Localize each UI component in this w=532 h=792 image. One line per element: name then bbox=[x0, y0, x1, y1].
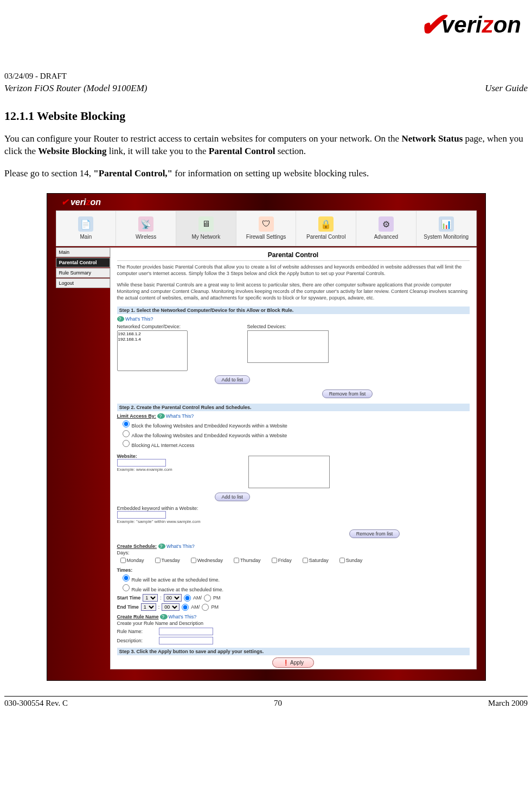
remove-website-button[interactable]: Remove from list bbox=[349, 529, 400, 538]
add-website-button[interactable]: Add to list bbox=[215, 493, 251, 501]
router-ui-screenshot: ✔ verizon 📄Main 📡Wireless 🖥My Network 🛡F… bbox=[47, 193, 486, 681]
day-thursday[interactable] bbox=[234, 558, 239, 563]
page-icon: 📄 bbox=[78, 216, 93, 232]
panel-title: Parental Control bbox=[117, 251, 470, 261]
nav-parental[interactable]: 🔒Parental Control bbox=[296, 211, 356, 246]
description-input[interactable] bbox=[159, 637, 213, 644]
keyword-example: Example: "sample" within www.sample.com bbox=[117, 519, 470, 524]
radio-allow[interactable] bbox=[123, 430, 130, 437]
nav-wireless[interactable]: 📡Wireless bbox=[116, 211, 176, 246]
website-label: Website: bbox=[117, 454, 172, 459]
rule-name-label: Rule Name: bbox=[117, 629, 143, 634]
nav-monitoring[interactable]: 📊System Monitoring bbox=[416, 211, 476, 246]
section-title: 12.1.1 Website Blocking bbox=[4, 109, 528, 123]
end-am[interactable] bbox=[182, 604, 189, 611]
remove-from-list-button[interactable]: Remove from list bbox=[322, 389, 373, 398]
chart-icon: 📊 bbox=[439, 216, 454, 232]
sidebar-main[interactable]: Main bbox=[56, 247, 110, 257]
day-monday[interactable] bbox=[120, 558, 126, 563]
draft-header: 03/24/09 - DRAFT bbox=[4, 72, 528, 81]
start-am[interactable] bbox=[184, 595, 191, 602]
start-min[interactable]: 00 bbox=[164, 594, 182, 602]
start-pm[interactable] bbox=[204, 595, 211, 602]
end-pm[interactable] bbox=[202, 604, 209, 611]
website-list[interactable] bbox=[248, 456, 330, 488]
radio-active-time[interactable] bbox=[123, 574, 130, 582]
intro-text-1: The Router provides basic Parental Contr… bbox=[117, 264, 470, 277]
nav-my-network[interactable]: 🖥My Network bbox=[176, 211, 236, 246]
day-saturday[interactable] bbox=[303, 558, 308, 563]
selected-devices-listbox[interactable] bbox=[247, 330, 329, 363]
devices-listbox[interactable]: 192.168.1.2 192.168.1.4 bbox=[117, 330, 188, 371]
gear-icon: ⚙ bbox=[379, 216, 394, 232]
sidebar-rule-summary[interactable]: Rule Summary bbox=[56, 268, 110, 278]
times-label: Times: bbox=[117, 567, 470, 573]
step-2-header: Step 2. Create the Parental Control Rule… bbox=[117, 404, 470, 411]
sidebar-parental-control[interactable]: Parental Control bbox=[56, 258, 110, 267]
create-rule-name-label: Create Rule Name bbox=[117, 614, 159, 619]
paragraph-1: You can configure your Router to restric… bbox=[4, 133, 528, 158]
create-schedule-label: Create Schedule: bbox=[117, 544, 157, 549]
end-hour[interactable]: 1 bbox=[141, 603, 156, 611]
antenna-icon: 📡 bbox=[138, 216, 153, 232]
selected-devices-label: Selected Devices: bbox=[247, 324, 329, 329]
content-panel: Parental Control The Router provides bas… bbox=[110, 247, 477, 669]
footer-date: March 2009 bbox=[488, 699, 528, 708]
end-time-label: End Time bbox=[117, 604, 139, 610]
doc-type: User Guide bbox=[485, 83, 528, 94]
shield-icon: 🛡 bbox=[259, 216, 274, 232]
whats-this-link-4[interactable]: What's This? bbox=[160, 614, 196, 619]
rule-name-input[interactable] bbox=[159, 628, 213, 635]
keyword-label: Embedded keyword within a Website: bbox=[117, 506, 470, 511]
top-navigation: 📄Main 📡Wireless 🖥My Network 🛡Firewall Se… bbox=[56, 210, 477, 246]
radio-block-all[interactable] bbox=[123, 440, 130, 447]
website-example: Example: www.example.com bbox=[117, 467, 172, 472]
logo-text: verizon bbox=[441, 12, 521, 38]
computer-icon: 🖥 bbox=[198, 216, 214, 232]
brand-logo: ✔ verizon bbox=[419, 5, 521, 44]
footer-rev: 030-300554 Rev. C bbox=[4, 699, 68, 708]
radio-block[interactable] bbox=[123, 420, 130, 427]
step-3-header: Step 3. Click the Apply button to save a… bbox=[117, 648, 470, 655]
intro-text-2: While these basic Parental Controls are … bbox=[117, 282, 470, 301]
start-time-label: Start Time bbox=[117, 595, 141, 601]
days-row: Monday Tuesday Wednesday Thursday Friday… bbox=[120, 558, 470, 563]
nav-firewall[interactable]: 🛡Firewall Settings bbox=[236, 211, 297, 246]
sidebar-nav: Main Parental Control Rule Summary Logou… bbox=[56, 247, 110, 669]
whats-this-link[interactable]: What's This? bbox=[117, 316, 470, 322]
end-min[interactable]: 00 bbox=[162, 603, 180, 611]
footer-page: 70 bbox=[274, 699, 282, 708]
day-sunday[interactable] bbox=[339, 558, 345, 563]
nav-advanced[interactable]: ⚙Advanced bbox=[356, 211, 416, 246]
sidebar-logout[interactable]: Logout bbox=[56, 278, 110, 288]
product-name: Verizon FiOS Router (Model 9100EM) bbox=[4, 83, 147, 94]
devices-label: Networked Computer/Device: bbox=[117, 324, 188, 329]
limit-access-label: Limit Access By: bbox=[117, 413, 156, 419]
nav-main[interactable]: 📄Main bbox=[56, 211, 117, 246]
add-to-list-button[interactable]: Add to list bbox=[215, 375, 251, 384]
day-tuesday[interactable] bbox=[155, 558, 161, 563]
create-rule-desc: Create your Rule Name and Description bbox=[117, 621, 470, 626]
website-input[interactable] bbox=[117, 459, 166, 467]
keyword-input[interactable] bbox=[117, 511, 166, 519]
whats-this-link-3[interactable]: What's This? bbox=[158, 544, 195, 549]
step-1-header: Step 1. Select the Networked Computer/De… bbox=[117, 306, 470, 314]
description-label: Description: bbox=[117, 638, 143, 643]
day-friday[interactable] bbox=[272, 558, 277, 563]
lock-icon: 🔒 bbox=[318, 216, 334, 232]
days-label: Days: bbox=[117, 550, 470, 555]
whats-this-link-2[interactable]: What's This? bbox=[157, 413, 194, 419]
radio-inactive-time[interactable] bbox=[123, 584, 130, 591]
start-hour[interactable]: 1 bbox=[143, 594, 158, 602]
apply-button[interactable]: ❗ Apply bbox=[272, 657, 314, 668]
paragraph-2: Please go to section 14, "Parental Contr… bbox=[4, 168, 528, 180]
ui-logo: ✔ verizon bbox=[56, 194, 477, 210]
day-wednesday[interactable] bbox=[191, 558, 196, 563]
